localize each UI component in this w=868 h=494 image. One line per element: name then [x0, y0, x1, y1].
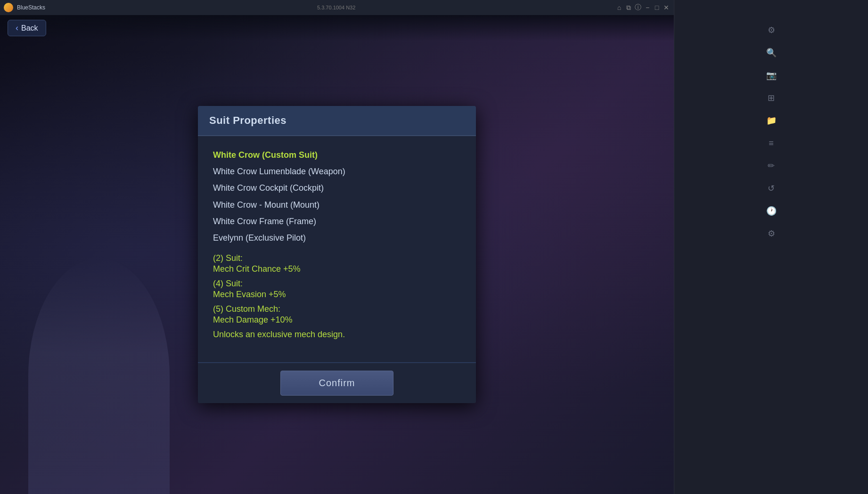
sidebar-rotate-icon[interactable]: ↺ [762, 179, 781, 198]
dialog-backdrop: Suit Properties White Crow (Custom Suit)… [0, 15, 674, 494]
suit-properties-dialog: Suit Properties White Crow (Custom Suit)… [198, 106, 476, 403]
info-button[interactable]: ⓘ [634, 4, 642, 11]
home-button[interactable]: ⌂ [615, 4, 623, 11]
sidebar-edit-icon[interactable]: ✏ [762, 156, 781, 175]
close-button[interactable]: ✕ [663, 4, 670, 11]
bonus-value-0: Mech Crit Chance +5% [213, 264, 461, 274]
sidebar-search-icon[interactable]: 🔍 [762, 43, 781, 62]
maximize-button[interactable]: □ [653, 4, 661, 11]
sidebar-layers-icon[interactable]: ≡ [762, 134, 781, 153]
bonus-section: (2) Suit: Mech Crit Chance +5% (4) Suit:… [213, 253, 461, 340]
sidebar-folder-icon[interactable]: 📁 [762, 111, 781, 130]
bonus-value-1: Mech Evasion +5% [213, 290, 461, 300]
suit-item-3: White Crow - Mount (Mount) [213, 199, 461, 211]
suit-item-1: White Crow Lumenblade (Weapon) [213, 166, 461, 178]
dialog-title: Suit Properties [209, 114, 287, 126]
titlebar: BlueStacks 5.3.70.1004 N32 ⌂ ⧉ ⓘ − □ ✕ [0, 0, 674, 15]
multi-button[interactable]: ⧉ [625, 4, 632, 11]
bluestacks-logo [4, 3, 13, 12]
right-sidebar: ⚙ 🔍 📷 ⊞ 📁 ≡ ✏ ↺ 🕐 ⚙ [674, 0, 868, 494]
minimize-button[interactable]: − [644, 4, 651, 11]
bonus-extra-line: Unlocks an exclusive mech design. [213, 330, 461, 340]
suit-items-list: White Crow (Custom Suit) White Crow Lume… [213, 149, 461, 244]
sidebar-settings-icon[interactable]: ⚙ [762, 21, 781, 40]
confirm-button[interactable]: Confirm [280, 371, 393, 396]
suit-item-2: White Crow Cockpit (Cockpit) [213, 182, 461, 194]
sidebar-camera-icon[interactable]: 📷 [762, 66, 781, 85]
bonus-label-2: (5) Custom Mech: [213, 304, 461, 314]
titlebar-controls: ⌂ ⧉ ⓘ − □ ✕ [615, 4, 670, 11]
dialog-body: White Crow (Custom Suit) White Crow Lume… [198, 136, 476, 362]
titlebar-version: 5.3.70.1004 N32 [317, 5, 615, 10]
bonus-label-0: (2) Suit: [213, 253, 461, 263]
bonus-label-1: (4) Suit: [213, 279, 461, 289]
suit-item-4: White Crow Frame (Frame) [213, 216, 461, 227]
suit-item-5: Evelynn (Exclusive Pilot) [213, 232, 461, 244]
sidebar-grid-icon[interactable]: ⊞ [762, 89, 781, 107]
dialog-footer: Confirm [198, 362, 476, 403]
sidebar-config-icon[interactable]: ⚙ [762, 224, 781, 243]
sidebar-clock-icon[interactable]: 🕐 [762, 202, 781, 220]
dialog-header: Suit Properties [198, 106, 476, 136]
titlebar-appname: BlueStacks [17, 4, 315, 11]
bonus-value-2: Mech Damage +10% [213, 315, 461, 325]
suit-item-0: White Crow (Custom Suit) [213, 149, 461, 161]
